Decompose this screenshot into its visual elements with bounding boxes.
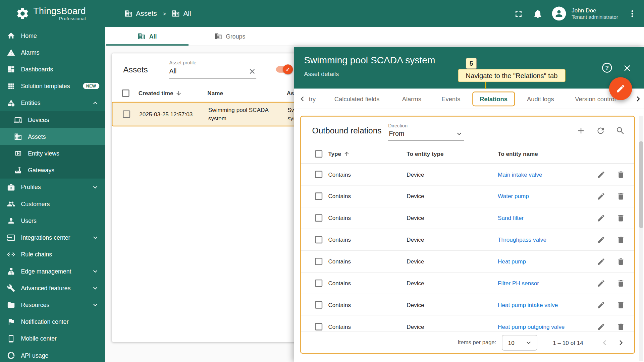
relation-row[interactable]: Contains Device Heat pump outgoing valve <box>301 316 634 332</box>
column-to-entity-type[interactable]: To entity type <box>407 150 498 157</box>
relation-row[interactable]: Contains Device Throughpass valve <box>301 229 634 251</box>
tab-all[interactable]: All <box>106 27 189 46</box>
delete-relation-icon[interactable] <box>616 257 625 266</box>
sidebar-item-advanced-features[interactable]: Advanced features <box>0 280 105 296</box>
row-checkbox[interactable] <box>315 280 322 287</box>
tab-groups[interactable]: Groups <box>189 27 271 46</box>
tab-alarms[interactable]: Alarms <box>402 88 421 109</box>
tabs-scroll-right-icon[interactable] <box>633 94 643 104</box>
delete-relation-icon[interactable] <box>616 170 625 179</box>
next-page-icon[interactable] <box>616 338 626 347</box>
relation-row[interactable]: Contains Device Water pump <box>301 185 634 207</box>
edit-relation-icon[interactable] <box>597 301 605 309</box>
tab-audit-logs[interactable]: Audit logs <box>527 88 554 109</box>
thingsboard-logo[interactable]: ThingsBoard Professional <box>16 6 86 21</box>
add-relation-icon[interactable] <box>576 126 586 135</box>
edit-relation-icon[interactable] <box>597 214 605 222</box>
sidebar-item-entity-views[interactable]: Entity views <box>0 145 105 162</box>
edit-fab[interactable] <box>609 77 632 100</box>
row-checkbox[interactable] <box>123 110 130 118</box>
delete-relation-icon[interactable] <box>616 192 625 200</box>
include-toggle[interactable]: ✓ <box>276 66 292 73</box>
sidebar-item-api-usage[interactable]: API usage <box>0 347 105 362</box>
delete-relation-icon[interactable] <box>616 214 625 222</box>
sidebar-item-alarms[interactable]: Alarms <box>0 44 105 61</box>
delete-relation-icon[interactable] <box>616 279 625 288</box>
select-all-checkbox[interactable] <box>315 150 322 158</box>
column-type[interactable]: Type <box>328 150 407 157</box>
tab-telemetry-partial[interactable]: try <box>309 88 316 109</box>
edit-relation-icon[interactable] <box>597 322 605 331</box>
delete-relation-icon[interactable] <box>616 301 625 309</box>
tab-relations[interactable]: Relations <box>472 92 515 106</box>
select-all-checkbox[interactable] <box>122 89 129 97</box>
avatar[interactable] <box>552 7 566 21</box>
sidebar-item-resources[interactable]: Resources <box>0 296 105 313</box>
sidebar-item-rule-chains[interactable]: Rule chains <box>0 246 105 262</box>
relation-to-entity-link[interactable]: Filter PH sensor <box>498 280 591 287</box>
relation-to-entity-link[interactable]: Throughpass valve <box>498 236 591 243</box>
tabs-scroll-left-icon[interactable] <box>298 94 307 104</box>
sidebar-item-gateways[interactable]: Gateways <box>0 162 105 178</box>
row-checkbox[interactable] <box>315 171 322 178</box>
fullscreen-icon[interactable] <box>513 8 524 19</box>
sidebar-item-home[interactable]: Home <box>0 27 105 44</box>
sidebar-item-mobile-center[interactable]: Mobile center <box>0 330 105 347</box>
sidebar-item-notification-center[interactable]: Notification center <box>0 313 105 330</box>
row-checkbox[interactable] <box>315 301 322 309</box>
sidebar-item-assets[interactable]: Assets <box>0 128 105 145</box>
relation-row[interactable]: Contains Device Main intake valve <box>301 164 634 186</box>
relation-row[interactable]: Contains Device Heat pump <box>301 251 634 273</box>
sidebar-item-devices[interactable]: Devices <box>0 111 105 128</box>
column-created-time[interactable]: Created time <box>139 90 208 97</box>
sidebar-item-edge-management[interactable]: Edge management <box>0 263 105 280</box>
help-button[interactable]: ? <box>602 63 612 72</box>
delete-relation-icon[interactable] <box>616 235 625 244</box>
notifications-bell-icon[interactable] <box>533 8 543 19</box>
edit-relation-icon[interactable] <box>597 257 605 266</box>
row-checkbox[interactable] <box>315 214 322 222</box>
close-icon[interactable] <box>622 63 632 73</box>
row-checkbox[interactable] <box>315 192 322 200</box>
search-icon[interactable] <box>616 126 625 135</box>
more-vert-icon[interactable] <box>627 8 638 19</box>
breadcrumb-assets[interactable]: Assets <box>124 9 157 17</box>
relation-row[interactable]: Contains Device Sand filter <box>301 207 634 229</box>
sidebar-item-dashboards[interactable]: Dashboards <box>0 61 105 77</box>
previous-page-icon[interactable] <box>600 338 609 347</box>
row-checkbox[interactable] <box>315 258 322 265</box>
column-name[interactable]: Name <box>207 90 286 97</box>
direction-select[interactable]: From <box>388 128 464 141</box>
relation-to-entity-link[interactable]: Heat pump intake valve <box>498 302 591 308</box>
sidebar-item-users[interactable]: Users <box>0 212 105 229</box>
breadcrumb-all[interactable]: All <box>172 9 191 17</box>
sidebar-item-customers[interactable]: Customers <box>0 195 105 212</box>
column-to-entity-name[interactable]: To entity name <box>498 150 591 157</box>
tab-events[interactable]: Events <box>441 88 460 109</box>
scrollbar-thumb[interactable] <box>639 141 643 228</box>
edit-relation-icon[interactable] <box>597 279 605 288</box>
row-checkbox[interactable] <box>315 236 322 243</box>
sidebar-item-entities[interactable]: Entities <box>0 95 105 111</box>
relation-row[interactable]: Contains Device Heat pump intake valve <box>301 294 634 316</box>
relation-to-entity-link[interactable]: Heat pump outgoing valve <box>498 323 591 330</box>
clear-filter-icon[interactable] <box>248 67 256 75</box>
relation-to-entity-link[interactable]: Water pump <box>498 193 591 200</box>
refresh-icon[interactable] <box>596 126 605 135</box>
items-per-page-select[interactable]: 10 <box>502 335 537 351</box>
sidebar-item-solution-templates[interactable]: Solution templates NEW <box>0 77 105 94</box>
edit-relation-icon[interactable] <box>597 170 605 179</box>
row-checkbox[interactable] <box>315 323 322 330</box>
relation-to-entity-link[interactable]: Main intake valve <box>498 171 591 178</box>
tab-calculated-fields[interactable]: Calculated fields <box>334 88 380 109</box>
sidebar-item-integrations-center[interactable]: Integrations center <box>0 229 105 246</box>
edit-relation-icon[interactable] <box>597 235 605 244</box>
edit-relation-icon[interactable] <box>597 192 605 200</box>
relation-row[interactable]: Contains Device Filter PH sensor <box>301 273 634 294</box>
relation-to-entity-link[interactable]: Heat pump <box>498 258 591 265</box>
delete-relation-icon[interactable] <box>616 322 625 331</box>
asset-profile-select[interactable]: All <box>169 66 257 79</box>
relation-to-entity-link[interactable]: Sand filter <box>498 215 591 221</box>
sidebar-item-profiles[interactable]: Profiles <box>0 179 105 195</box>
user-menu[interactable]: John Doe Tenant administrator <box>572 6 618 20</box>
